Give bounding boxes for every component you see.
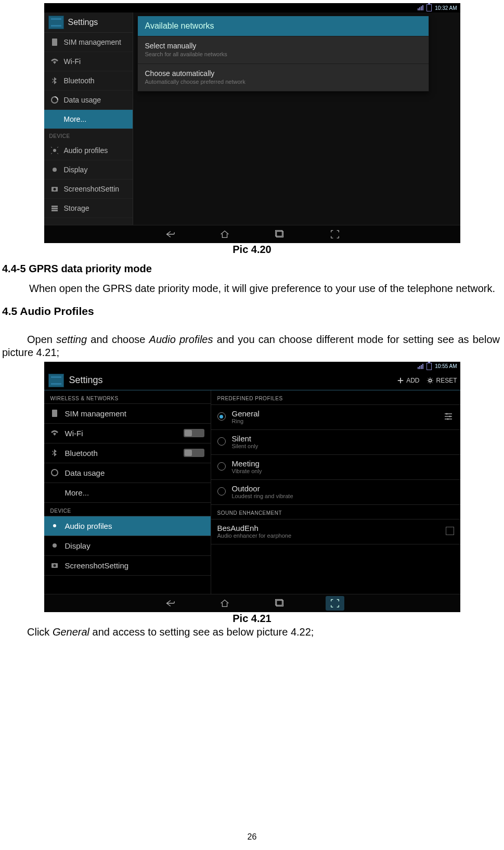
paragraph-after-4-21: Click General and access to setting see …	[0, 626, 504, 639]
left-item-more[interactable]: More...	[44, 483, 211, 503]
popup-row-title: Select manually	[145, 42, 421, 50]
signal-icon	[418, 364, 423, 369]
enhancement-besaudenh[interactable]: BesAudEnh Audio enhancer for earphone	[211, 519, 460, 544]
settings-sidebar: Settings SIM management Wi-Fi Bluetooth …	[44, 12, 133, 225]
nav-back-button[interactable]	[160, 227, 179, 242]
caption-4-21: Pic 4.21	[0, 613, 504, 625]
text-span: and choose	[87, 334, 149, 345]
radio-icon[interactable]	[217, 412, 226, 421]
svg-point-5	[53, 188, 56, 191]
left-item-label: Audio profiles	[65, 522, 112, 530]
left-item-sim[interactable]: SIM management	[44, 404, 211, 424]
sidebar-item-wifi[interactable]: Wi-Fi	[44, 52, 133, 71]
paragraph-4-5: Open setting and choose Audio profiles a…	[0, 333, 504, 360]
profile-general[interactable]: General Ring	[211, 405, 460, 430]
sidebar-item-data-usage[interactable]: Data usage	[44, 91, 133, 110]
titlebar-actions: ADD RESET	[397, 377, 457, 384]
svg-point-15	[53, 543, 57, 548]
nav-screenshot-button[interactable]	[326, 227, 344, 242]
svg-point-3	[53, 168, 57, 172]
settings-right-column: PREDEFINED PROFILES General Ring	[211, 390, 460, 594]
left-item-screenshot[interactable]: ScreenshotSetting	[44, 556, 211, 576]
left-item-display[interactable]: Display	[44, 536, 211, 556]
data-usage-icon	[50, 468, 59, 477]
profile-outdoor[interactable]: Outdoor Loudest ring and vibrate	[211, 480, 460, 505]
sidebar-item-sim[interactable]: SIM management	[44, 33, 133, 52]
status-time: 10:55 AM	[435, 363, 457, 369]
status-time: 10:32 AM	[435, 5, 457, 11]
left-item-data-usage[interactable]: Data usage	[44, 463, 211, 483]
profile-title: Meeting	[232, 459, 262, 468]
sidebar-item-storage[interactable]: Storage	[44, 199, 133, 218]
sim-icon	[50, 409, 59, 417]
bluetooth-icon	[50, 77, 59, 85]
reset-button[interactable]: RESET	[427, 377, 457, 384]
svg-point-11	[429, 379, 432, 382]
left-section-device: DEVICE	[44, 503, 211, 516]
sidebar-item-label: Wi-Fi	[64, 57, 81, 66]
settings-left-column: WIRELESS & NETWORKS SIM management Wi-Fi…	[44, 390, 211, 594]
enhancement-subtitle: Audio enhancer for earphone	[217, 532, 292, 539]
profile-silent[interactable]: Silent Silent only	[211, 430, 460, 455]
checkbox[interactable]	[446, 527, 454, 535]
sidebar-item-bluetooth[interactable]: Bluetooth	[44, 71, 133, 91]
sidebar-item-label: Storage	[64, 204, 89, 212]
sidebar-item-display[interactable]: Display	[44, 160, 133, 180]
blank-icon	[50, 115, 59, 123]
profile-subtitle: Vibrate only	[232, 468, 262, 474]
text-italic: General	[53, 626, 89, 638]
svg-rect-0	[52, 39, 57, 46]
sidebar-item-more[interactable]: More...	[44, 110, 133, 129]
nav-back-button[interactable]	[160, 596, 179, 611]
reset-label: RESET	[436, 377, 457, 384]
radio-icon[interactable]	[217, 437, 226, 446]
document-page: 10:32 AM Settings SIM management Wi-Fi	[0, 0, 504, 850]
android-nav-bar	[44, 225, 460, 243]
svg-rect-8	[51, 210, 58, 211]
svg-point-2	[53, 149, 56, 152]
left-item-label: More...	[65, 488, 89, 497]
paragraph-4-4-5: When open the GPRS date priority mode, i…	[0, 282, 504, 296]
nav-recent-button[interactable]	[270, 227, 289, 242]
nav-home-button[interactable]	[215, 227, 234, 242]
popup-row-subtitle: Automatically choose preferred network	[145, 79, 421, 85]
screenshot-4-21: 10:55 AM Settings ADD RESET	[44, 362, 460, 612]
left-item-audio-profiles[interactable]: Audio profiles	[44, 516, 211, 536]
left-item-bluetooth[interactable]: Bluetooth O	[44, 443, 211, 463]
screenshot-body: Settings SIM management Wi-Fi Bluetooth …	[44, 12, 460, 225]
radio-icon[interactable]	[217, 462, 226, 471]
sim-icon	[50, 38, 59, 46]
nav-screenshot-button[interactable]	[326, 596, 344, 611]
status-bar: 10:32 AM	[44, 3, 460, 12]
settings-title: Settings	[68, 18, 98, 27]
popup-row-select-manually[interactable]: Select manually Search for all available…	[138, 36, 429, 64]
profile-subtitle: Ring	[232, 418, 260, 424]
wifi-icon	[50, 429, 59, 437]
plus-icon	[397, 377, 404, 384]
camera-icon	[50, 561, 59, 569]
sidebar-device-header: DEVICE	[44, 129, 133, 141]
screenshot-4-20: 10:32 AM Settings SIM management Wi-Fi	[44, 3, 460, 243]
screenshot-body: Settings ADD RESET WIRELESS & NETWORKS	[44, 371, 460, 594]
add-button[interactable]: ADD	[397, 377, 419, 384]
text-span: Click	[27, 626, 53, 638]
sidebar-item-audio-profiles[interactable]: Audio profiles	[44, 141, 133, 160]
nav-home-button[interactable]	[215, 596, 234, 611]
sliders-icon[interactable]	[443, 411, 454, 422]
bluetooth-toggle[interactable]: O	[184, 449, 204, 457]
svg-point-20	[447, 418, 448, 420]
radio-icon[interactable]	[217, 487, 226, 496]
profile-title: General	[232, 409, 260, 418]
sidebar-item-label: ScreenshotSettin	[64, 185, 120, 193]
wifi-toggle[interactable]: O	[184, 429, 204, 437]
left-item-wifi[interactable]: Wi-Fi O	[44, 424, 211, 443]
svg-point-13	[51, 470, 58, 476]
sidebar-item-label: More...	[64, 115, 87, 123]
settings-columns: WIRELESS & NETWORKS SIM management Wi-Fi…	[44, 390, 460, 594]
profile-meeting[interactable]: Meeting Vibrate only	[211, 455, 460, 480]
nav-recent-button[interactable]	[270, 596, 289, 611]
page-number: 26	[0, 832, 504, 842]
sidebar-item-screenshot[interactable]: ScreenshotSettin	[44, 180, 133, 199]
popup-row-title: Choose automatically	[145, 69, 421, 78]
popup-row-choose-auto[interactable]: Choose automatically Automatically choos…	[138, 64, 429, 91]
